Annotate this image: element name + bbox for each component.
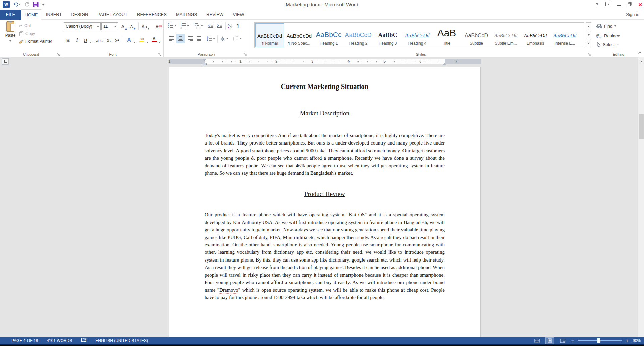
styles-scroll-down-button[interactable] xyxy=(586,31,591,39)
font-size-dropdown-icon[interactable] xyxy=(113,24,118,29)
text-effects-dropdown-icon[interactable] xyxy=(133,36,136,44)
styles-scroll-up-button[interactable] xyxy=(586,22,591,31)
proofing-errors-button[interactable] xyxy=(81,338,87,344)
style-no-spacing[interactable]: AaBbCcDd ¶ No Spac... xyxy=(284,23,314,47)
tab-stop-selector[interactable] xyxy=(2,58,9,65)
find-dropdown-icon[interactable] xyxy=(614,25,616,27)
read-mode-button[interactable] xyxy=(533,337,541,344)
underline-button[interactable]: U xyxy=(83,36,88,44)
page-indicator[interactable]: PAGE 4 OF 18 xyxy=(11,338,38,343)
tab-mailings[interactable]: MAILINGS xyxy=(171,10,202,20)
style-heading-1[interactable]: AaBbCc Heading 1 xyxy=(314,23,343,47)
increase-indent-button[interactable] xyxy=(217,22,222,30)
tab-review[interactable]: REVIEW xyxy=(202,10,228,20)
underline-dropdown-icon[interactable] xyxy=(89,36,93,44)
font-size-combo[interactable]: 11 xyxy=(101,22,118,30)
styles-dialog-launcher[interactable] xyxy=(588,52,591,56)
grow-font-button[interactable]: A xyxy=(120,22,128,30)
ribbon-display-options-button[interactable] xyxy=(605,2,610,8)
line-spacing-button[interactable] xyxy=(207,35,215,43)
font-name-dropdown-icon[interactable] xyxy=(96,24,100,29)
horizontal-ruler[interactable]: 1 1 2 3 4 5 6 7 xyxy=(169,59,481,64)
borders-button[interactable] xyxy=(233,35,241,43)
tab-page-layout[interactable]: PAGE LAYOUT xyxy=(93,10,132,20)
help-button[interactable]: ? xyxy=(596,2,599,7)
document-page[interactable]: Current Marketing Situation Market Descr… xyxy=(169,67,481,337)
font-name-combo[interactable]: Calibri (Body) xyxy=(64,22,101,30)
select-dropdown-icon[interactable] xyxy=(617,44,619,45)
style-heading-2[interactable]: AaBbCcD Heading 2 xyxy=(343,23,373,47)
style-heading-4[interactable]: AaBbCcDd Heading 4 xyxy=(402,23,432,47)
font-color-button[interactable]: A xyxy=(150,35,158,43)
styles-gallery-more-button[interactable] xyxy=(586,39,591,47)
multilevel-list-button[interactable]: 1 a i xyxy=(193,22,203,30)
right-indent-marker[interactable] xyxy=(442,63,446,65)
align-left-button[interactable] xyxy=(168,35,175,43)
collapse-ribbon-button[interactable] xyxy=(639,52,641,55)
shading-button[interactable] xyxy=(219,35,228,43)
sign-in-link[interactable]: Sign in xyxy=(626,10,639,20)
cut-button[interactable]: ✂ Cut xyxy=(19,22,31,29)
clear-formatting-button[interactable]: A xyxy=(152,22,162,30)
paragraph-dialog-launcher[interactable] xyxy=(244,52,247,56)
style-intense-emphasis[interactable]: AaBbCcDd Intense E... xyxy=(550,23,580,47)
strikethrough-button[interactable]: abc xyxy=(95,36,104,44)
sort-button[interactable]: A Z xyxy=(227,22,233,30)
copy-button[interactable]: Copy xyxy=(19,30,35,37)
word-count[interactable]: 4101 WORDS xyxy=(47,338,72,343)
font-dialog-launcher[interactable] xyxy=(158,52,162,56)
replace-button[interactable]: ab ac Replace xyxy=(596,32,620,39)
vertical-scrollbar[interactable] xyxy=(638,57,644,337)
highlight-button[interactable]: ab xyxy=(138,35,146,43)
style-emphasis[interactable]: AaBbCcDd Emphasis xyxy=(521,23,550,47)
tab-home[interactable]: HOME xyxy=(21,9,41,20)
minimize-button[interactable] xyxy=(617,5,621,6)
numbering-button[interactable]: 1 2 3 xyxy=(180,22,189,30)
show-hide-pilcrow-button[interactable]: ¶ xyxy=(237,21,239,29)
zoom-slider-handle[interactable] xyxy=(597,338,600,343)
decrease-indent-button[interactable] xyxy=(208,22,214,30)
format-painter-button[interactable]: Format Painter xyxy=(19,38,52,45)
print-layout-button[interactable] xyxy=(545,337,554,344)
style-normal[interactable]: AaBbCcDd ¶ Normal xyxy=(255,23,284,47)
find-button[interactable]: Find xyxy=(596,22,616,30)
highlight-dropdown-icon[interactable] xyxy=(146,36,149,44)
select-button[interactable]: Select xyxy=(596,41,619,48)
tab-view[interactable]: VIEW xyxy=(228,10,249,20)
zoom-slider[interactable] xyxy=(578,337,622,344)
align-center-button[interactable] xyxy=(176,34,185,43)
close-button[interactable]: × xyxy=(638,1,642,8)
justify-button[interactable] xyxy=(195,35,203,43)
tab-insert[interactable]: INSERT xyxy=(41,10,66,20)
scrollbar-thumb[interactable] xyxy=(639,114,644,139)
paste-dropdown-icon[interactable] xyxy=(9,40,11,42)
language-indicator[interactable]: ENGLISH (UNITED STATES) xyxy=(95,338,148,343)
text-effects-button[interactable]: A xyxy=(125,36,133,44)
bold-button[interactable]: B xyxy=(65,36,71,44)
style-title[interactable]: AaB Title xyxy=(432,23,462,47)
subscript-button[interactable]: x₂ xyxy=(105,36,113,44)
superscript-button[interactable]: x² xyxy=(113,36,121,44)
style-subtitle[interactable]: AaBbCcD Subtitle xyxy=(462,23,491,47)
style-subtle-emphasis[interactable]: AaBbCcDd Subtle Em... xyxy=(491,23,521,47)
shrink-font-button[interactable]: A xyxy=(129,22,137,30)
zoom-out-button[interactable]: − xyxy=(571,338,574,344)
tab-file[interactable]: FILE xyxy=(0,10,21,20)
web-layout-button[interactable] xyxy=(558,337,567,344)
tab-references[interactable]: REFERENCES xyxy=(132,10,171,20)
zoom-level[interactable]: 90% xyxy=(633,338,641,343)
change-case-button[interactable]: Aa xyxy=(140,22,151,30)
align-right-button[interactable] xyxy=(186,35,194,43)
first-line-indent-marker[interactable] xyxy=(203,59,207,61)
font-color-dropdown-icon[interactable] xyxy=(158,36,161,44)
restore-button[interactable] xyxy=(628,2,632,8)
bullets-button[interactable] xyxy=(168,22,177,30)
left-indent-marker[interactable] xyxy=(203,63,207,65)
italic-button[interactable]: I xyxy=(74,36,80,44)
zoom-in-button[interactable]: + xyxy=(626,338,629,344)
tab-design[interactable]: DESIGN xyxy=(66,10,93,20)
clipboard-dialog-launcher[interactable] xyxy=(57,52,61,56)
style-heading-3[interactable]: AaBbC Heading 3 xyxy=(373,23,402,47)
paste-button[interactable]: Paste xyxy=(3,21,18,50)
scroll-up-button[interactable] xyxy=(639,59,644,64)
